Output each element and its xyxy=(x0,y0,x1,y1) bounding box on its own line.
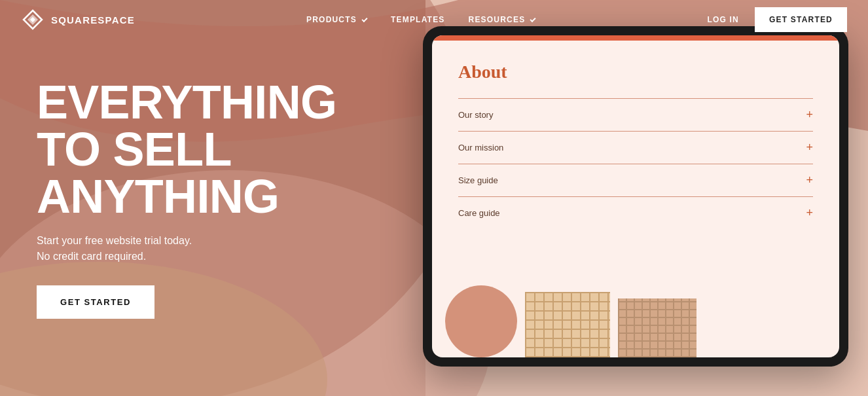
accordion-item[interactable]: Size guide + xyxy=(458,164,813,196)
hero-headline: EVERYTHING TO SELL ANYTHING xyxy=(37,79,336,220)
accordion-label: Care guide xyxy=(458,208,500,218)
tablet-body: About Our story + Our mission + Size gui… xyxy=(432,41,839,275)
accordion-plus-icon: + xyxy=(806,173,813,187)
hero-content: EVERYTHING TO SELL ANYTHING Start your f… xyxy=(37,79,336,319)
accordion-plus-icon: + xyxy=(806,108,813,122)
chevron-down-icon xyxy=(530,16,536,22)
squarespace-logo-icon xyxy=(21,8,45,31)
nav-templates[interactable]: TEMPLATES xyxy=(391,15,445,24)
nav-products[interactable]: PRODUCTS xyxy=(306,15,367,24)
nav-actions: LOG IN GET STARTED xyxy=(707,7,847,32)
tablet-screen: About Our story + Our mission + Size gui… xyxy=(432,35,839,357)
logo-text: SQUARESPACE xyxy=(51,14,135,26)
tablet-mockup: About Our story + Our mission + Size gui… xyxy=(423,26,868,393)
nav-get-started-button[interactable]: GET STARTED xyxy=(755,7,847,32)
tablet-decorative-bottom xyxy=(432,275,839,357)
hero-subtext: Start your free website trial today. No … xyxy=(37,233,336,264)
accordion-label: Our story xyxy=(458,110,493,120)
decorative-grid-2 xyxy=(618,298,696,357)
hero-get-started-button[interactable]: GET STARTED xyxy=(37,285,154,319)
hero-section: SQUARESPACE PRODUCTS TEMPLATES RESOURCES… xyxy=(0,0,868,396)
decorative-grid-1 xyxy=(525,292,610,357)
nav-resources[interactable]: RESOURCES xyxy=(469,15,536,24)
nav-links: PRODUCTS TEMPLATES RESOURCES xyxy=(306,15,535,24)
accordion-item[interactable]: Our mission + xyxy=(458,131,813,164)
chevron-down-icon xyxy=(361,16,367,22)
accordion-plus-icon: + xyxy=(806,141,813,154)
navigation: SQUARESPACE PRODUCTS TEMPLATES RESOURCES… xyxy=(0,0,868,39)
accordion-item[interactable]: Our story + xyxy=(458,98,813,131)
about-title: About xyxy=(458,62,813,82)
decorative-circle xyxy=(445,285,517,357)
nav-logo-area: SQUARESPACE xyxy=(21,8,135,31)
accordion-item[interactable]: Care guide + xyxy=(458,196,813,229)
accordion-label: Size guide xyxy=(458,175,498,185)
login-button[interactable]: LOG IN xyxy=(707,15,739,24)
accordion-label: Our mission xyxy=(458,143,503,153)
accordion-plus-icon: + xyxy=(806,206,813,220)
tablet-frame: About Our story + Our mission + Size gui… xyxy=(423,26,848,367)
